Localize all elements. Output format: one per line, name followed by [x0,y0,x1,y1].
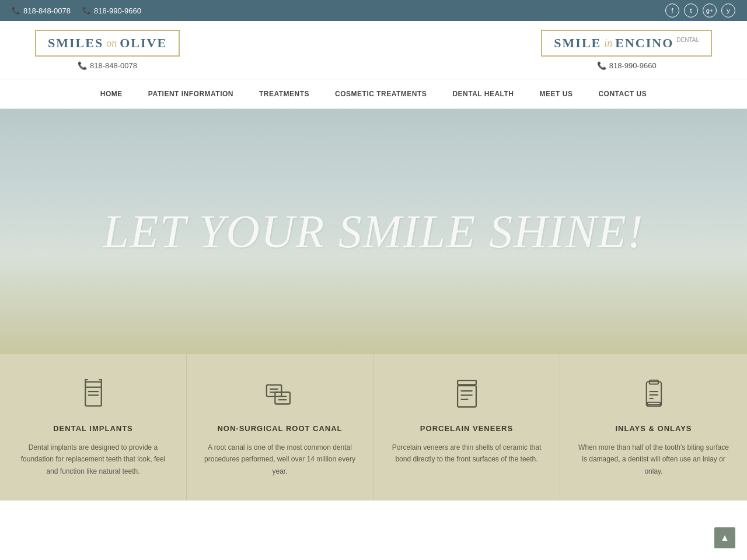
card-porcelain-veneers-desc: Porcelain veneers are thin shells of cer… [391,442,542,466]
nav-patient-info[interactable]: PATIENT INFORMATION [135,79,246,108]
topbar-phone1[interactable]: 📞 818-848-0078 [12,6,71,15]
nav-treatments[interactable]: TREATMENTS [246,79,322,108]
card-dental-implants: DENTAL IMPLANTS Dental implants are desi… [0,354,187,501]
svg-rect-20 [647,402,660,404]
card-root-canal: NON-SURGICAL ROOT CANAL A root canal is … [187,354,374,501]
nav-cosmetic-treatments[interactable]: COSMETIC TREATMENTS [322,79,439,108]
card-root-canal-title: NON-SURGICAL ROOT CANAL [204,424,355,433]
card-inlays-onlays-title: INLAYS & ONLAYS [578,424,729,433]
topbar-phone2[interactable]: 📞 818-990-9660 [82,6,141,15]
logo-left-box: SMILES on OLIVE [35,30,180,57]
yelp-icon[interactable]: y [721,4,735,18]
header-phone-right[interactable]: 📞 818-990-9660 [597,61,657,70]
svg-rect-11 [458,386,476,407]
nav-meet-us[interactable]: MEET US [527,79,586,108]
header-phone1-icon: 📞 [78,61,87,70]
twitter-icon[interactable]: t [684,4,698,18]
svg-rect-5 [275,392,289,404]
svg-rect-0 [85,382,102,405]
dental-implants-icon [18,377,169,412]
logo-right-box: SMILE in ENCINO DENTAL [541,30,712,57]
card-inlays-onlays: INLAYS & ONLAYS When more than half of t… [560,354,747,501]
hero-section: LET YOUR SMILE SHINE! [0,109,747,354]
card-dental-implants-title: DENTAL IMPLANTS [18,424,169,433]
facebook-icon[interactable]: f [665,4,679,18]
card-porcelain-veneers: PORCELAIN VENEERS Porcelain veneers are … [374,354,560,501]
svg-rect-4 [266,384,281,396]
card-dental-implants-desc: Dental implants are designed to provide … [18,442,169,477]
phone1-icon: 📞 [12,6,20,15]
card-root-canal-desc: A root canal is one of the most common d… [204,442,355,477]
card-porcelain-veneers-title: PORCELAIN VENEERS [391,424,542,433]
header-phone2-icon: 📞 [597,61,606,70]
logo-smile-in-encino[interactable]: SMILE in ENCINO DENTAL 📞 818-990-9660 [541,30,712,70]
inlays-onlays-icon [578,377,729,412]
google-icon[interactable]: g+ [703,4,717,18]
porcelain-veneers-icon [391,377,542,412]
card-inlays-onlays-desc: When more than half of the tooth's bitin… [578,442,729,477]
header: SMILES on OLIVE 📞 818-848-0078 SMILE in … [0,21,747,79]
main-nav: HOME PATIENT INFORMATION TREATMENTS COSM… [0,79,747,109]
nav-dental-health[interactable]: DENTAL HEALTH [439,79,526,108]
social-icons: f t g+ y [665,4,735,18]
hero-text: LET YOUR SMILE SHINE! [103,206,644,257]
svg-rect-10 [458,380,476,384]
top-bar: 📞 818-848-0078 📞 818-990-9660 f t g+ y [0,0,747,21]
top-bar-phones: 📞 818-848-0078 📞 818-990-9660 [12,6,141,15]
root-canal-icon [204,377,355,412]
nav-contact-us[interactable]: CONTACT US [585,79,659,108]
header-phone-left[interactable]: 📞 818-848-0078 [78,61,137,70]
phone2-icon: 📞 [82,6,91,15]
nav-home[interactable]: HOME [88,79,135,108]
logo-smiles-on-olive[interactable]: SMILES on OLIVE 📞 818-848-0078 [35,30,180,70]
cards-section: DENTAL IMPLANTS Dental implants are desi… [0,354,747,501]
